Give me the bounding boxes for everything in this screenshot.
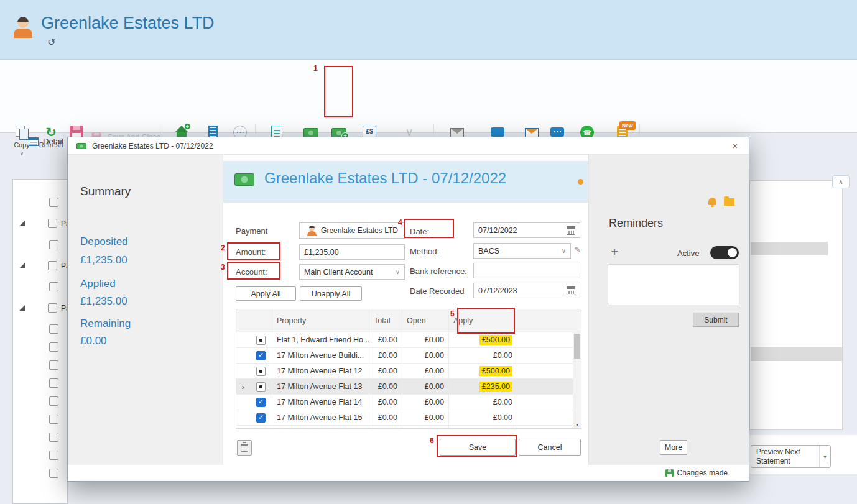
tree-row[interactable]: Pa bbox=[13, 258, 67, 277]
tree-checkbox[interactable] bbox=[49, 469, 58, 478]
tree-row[interactable] bbox=[13, 375, 67, 394]
date-recorded-input[interactable]: 07/12/2023 bbox=[473, 283, 580, 298]
history-icon[interactable]: ↺ bbox=[47, 36, 55, 48]
apply-all-button[interactable]: Apply All bbox=[236, 286, 296, 301]
method-select[interactable]: BACS ∨ bbox=[473, 243, 571, 259]
preview-next-statement-button[interactable]: Preview Next Statement ▾ bbox=[751, 445, 831, 468]
dialog-titlebar: Greenlake Estates LTD - 07/12/2022 × bbox=[68, 137, 749, 155]
expander-icon[interactable] bbox=[19, 221, 25, 226]
calendar-icon[interactable] bbox=[567, 226, 575, 235]
tree-checkbox[interactable] bbox=[48, 219, 57, 228]
tree-row[interactable] bbox=[13, 357, 67, 376]
scroll-down-icon[interactable]: ▼ bbox=[573, 421, 581, 429]
delete-row-button[interactable] bbox=[237, 440, 252, 456]
row-checkbox-partial[interactable] bbox=[256, 367, 266, 376]
copy-button[interactable]: Copy ∨ bbox=[7, 126, 36, 156]
cell-apply[interactable]: £0.00 bbox=[449, 348, 517, 363]
tree-row[interactable] bbox=[13, 393, 67, 412]
table-row[interactable]: Flat 1, Edward Friend Ho... £0.00 £0.00 … bbox=[236, 332, 581, 348]
folder-icon[interactable] bbox=[724, 198, 734, 206]
tree-row[interactable] bbox=[13, 465, 67, 484]
cell-total: £0.00 bbox=[369, 410, 402, 425]
row-checkbox-checked[interactable] bbox=[256, 429, 266, 429]
tree-checkbox[interactable] bbox=[49, 198, 58, 207]
column-header-total[interactable]: Total bbox=[369, 309, 402, 332]
apply-amount: £0.00 bbox=[493, 351, 512, 360]
column-header-property[interactable]: Property bbox=[272, 309, 369, 332]
row-checkbox-partial[interactable] bbox=[256, 382, 266, 392]
refresh-button[interactable]: ↻ Refresh bbox=[36, 126, 66, 149]
method-edit-icon[interactable]: ✎ bbox=[574, 245, 581, 254]
close-icon[interactable]: × bbox=[730, 140, 740, 151]
tree-checkbox[interactable] bbox=[49, 240, 58, 249]
expander-icon[interactable] bbox=[19, 263, 25, 268]
app-window: Greenlake Estates LTD ↺ Copy ∨ ↻ Refresh… bbox=[0, 0, 857, 504]
table-scrollbar[interactable]: ▼ bbox=[573, 332, 581, 429]
row-checkbox-partial[interactable] bbox=[256, 336, 266, 345]
table-row[interactable]: 17 Milton Avenue Flat 15 £0.00 £0.00 £0.… bbox=[236, 410, 581, 426]
tree-row[interactable]: Pa bbox=[13, 300, 67, 319]
expander-icon[interactable] bbox=[19, 305, 25, 311]
add-reminder-icon[interactable]: + bbox=[611, 244, 618, 259]
cell-apply[interactable]: £235.00 bbox=[449, 379, 517, 394]
row-expander-icon[interactable]: › bbox=[242, 382, 244, 392]
submit-button[interactable]: Submit bbox=[693, 313, 739, 327]
cell-property: Flat 1, Edward Friend Ho... bbox=[272, 332, 369, 347]
cell-apply[interactable]: £0.00 bbox=[449, 395, 517, 410]
tree-row[interactable] bbox=[13, 321, 67, 340]
tree-checkbox[interactable] bbox=[49, 451, 58, 460]
cell-apply[interactable]: £500.00 bbox=[449, 364, 517, 378]
chevron-down-icon[interactable]: ∨ bbox=[396, 268, 400, 275]
payment-owner-button[interactable]: Greenlake Estates LTD bbox=[299, 222, 405, 239]
bank-reference-input[interactable] bbox=[473, 263, 580, 278]
dropdown-arrow-icon[interactable]: ▾ bbox=[819, 446, 830, 467]
tree-row[interactable] bbox=[13, 339, 67, 358]
active-toggle[interactable] bbox=[710, 246, 739, 259]
tree-row[interactable] bbox=[13, 237, 67, 255]
more-button-dialog[interactable]: More bbox=[660, 440, 687, 455]
table-row-partial[interactable] bbox=[236, 426, 581, 429]
table-row[interactable]: 17 Milton Avenue Flat 12 £0.00 £0.00 £50… bbox=[236, 364, 581, 379]
tree-checkbox[interactable] bbox=[49, 396, 58, 406]
row-checkbox-checked[interactable] bbox=[256, 413, 266, 423]
account-select[interactable]: Main Client Account ∨ bbox=[299, 264, 405, 280]
unapply-all-button[interactable]: Unapply All bbox=[300, 286, 362, 301]
column-header-apply[interactable]: Apply bbox=[449, 309, 517, 332]
table-row-selected[interactable]: › 17 Milton Avenue Flat 13 £0.00 £0.00 £… bbox=[236, 379, 581, 395]
tree-checkbox[interactable] bbox=[49, 360, 58, 370]
tree-row[interactable] bbox=[13, 429, 67, 448]
tree-checkbox[interactable] bbox=[49, 342, 58, 352]
cell-apply[interactable]: £0.00 bbox=[449, 410, 517, 425]
table-row[interactable]: 17 Milton Avenue Buildi... £0.00 £0.00 £… bbox=[236, 348, 581, 364]
tree-checkbox[interactable] bbox=[49, 433, 58, 442]
amount-input[interactable] bbox=[299, 244, 405, 260]
tree-checkbox[interactable] bbox=[48, 261, 57, 270]
tree-checkbox[interactable] bbox=[49, 282, 58, 291]
tree-row[interactable]: Pa bbox=[13, 216, 67, 234]
cell-apply[interactable]: £500.00 bbox=[449, 332, 517, 347]
save-button[interactable]: Save bbox=[440, 439, 516, 456]
cancel-button[interactable]: Cancel bbox=[519, 439, 581, 456]
chevron-up-icon: ∧ bbox=[838, 178, 843, 185]
tree-checkbox[interactable] bbox=[49, 378, 58, 388]
table-row[interactable]: 17 Milton Avenue Flat 14 £0.00 £0.00 £0.… bbox=[236, 395, 581, 410]
collapse-ribbon-button[interactable]: ∧ bbox=[832, 175, 850, 188]
tree-row[interactable] bbox=[13, 195, 67, 213]
chevron-down-icon[interactable]: ∨ bbox=[562, 247, 566, 254]
scrollbar-thumb[interactable] bbox=[574, 334, 580, 359]
tree-checkbox[interactable] bbox=[49, 415, 58, 424]
tree-checkbox[interactable] bbox=[49, 324, 58, 334]
remaining-value: £0.00 bbox=[80, 335, 107, 347]
tree-checkbox[interactable] bbox=[48, 303, 57, 313]
tree-row[interactable] bbox=[13, 447, 67, 466]
row-checkbox-checked[interactable] bbox=[256, 351, 266, 360]
date-input[interactable]: 07/12/2022 bbox=[473, 222, 580, 238]
bell-icon[interactable] bbox=[708, 198, 716, 205]
column-header-open[interactable]: Open bbox=[402, 309, 449, 332]
calendar-icon[interactable] bbox=[567, 286, 575, 295]
bank-reference-label: Bank reference: bbox=[410, 267, 467, 276]
row-checkbox-checked[interactable] bbox=[256, 398, 266, 407]
tree-row[interactable] bbox=[13, 411, 67, 430]
tree-row[interactable] bbox=[13, 279, 67, 298]
reminder-text-input[interactable] bbox=[608, 264, 739, 305]
